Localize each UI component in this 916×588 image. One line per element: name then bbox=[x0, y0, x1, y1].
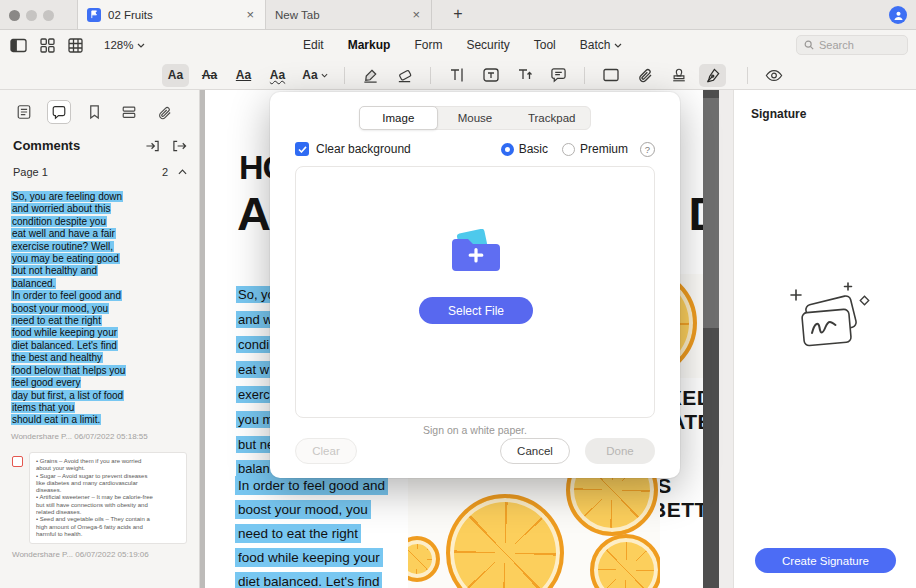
signature-empty-illustration bbox=[778, 278, 874, 362]
zoom-control[interactable]: 128% bbox=[104, 39, 145, 51]
typewriter-icon[interactable] bbox=[511, 64, 538, 87]
thumbnail-view-icon[interactable] bbox=[68, 38, 83, 53]
tab-trackpad[interactable]: Trackpad bbox=[513, 107, 590, 129]
tab-title: 02 Fruits bbox=[108, 9, 237, 21]
app-logo-icon bbox=[87, 8, 101, 22]
markup-toolbar: Aa Aa Aa Aa Aa bbox=[0, 60, 916, 90]
attachment-tool-icon[interactable] bbox=[631, 64, 658, 87]
menu-form[interactable]: Form bbox=[414, 38, 442, 52]
divider bbox=[344, 67, 345, 84]
window-close-button[interactable] bbox=[9, 10, 20, 21]
tab-02-fruits[interactable]: 02 Fruits × bbox=[77, 0, 266, 29]
clear-button[interactable]: Clear bbox=[295, 438, 357, 464]
clear-background-checkbox[interactable] bbox=[295, 142, 309, 156]
close-tab-icon[interactable]: × bbox=[244, 8, 256, 21]
search-box[interactable] bbox=[796, 35, 908, 55]
chevron-up-icon bbox=[178, 169, 187, 175]
premium-radio[interactable] bbox=[562, 143, 575, 156]
highlighted-text: boost your mood, you bbox=[235, 500, 371, 519]
comment-count-badge: 2 bbox=[162, 166, 168, 178]
search-icon bbox=[804, 40, 814, 50]
window-zoom-button[interactable] bbox=[43, 10, 54, 21]
text-box-icon[interactable] bbox=[477, 64, 504, 87]
citrus-photo bbox=[408, 478, 660, 588]
fields-panel-icon[interactable] bbox=[117, 100, 141, 124]
window-minimize-button[interactable] bbox=[26, 10, 37, 21]
search-input[interactable] bbox=[819, 39, 899, 51]
stamp-icon[interactable] bbox=[665, 64, 692, 87]
premium-radio-label: Premium bbox=[580, 142, 628, 156]
main-toolbar: 128% Edit Markup Form Security Tool Batc… bbox=[0, 30, 916, 60]
comment-tool-icon[interactable] bbox=[545, 64, 572, 87]
eye-icon[interactable] bbox=[760, 64, 787, 87]
divider bbox=[584, 67, 585, 84]
import-comments-icon[interactable] bbox=[145, 139, 160, 153]
underline-button[interactable]: Aa bbox=[230, 64, 257, 87]
shape-rectangle-icon[interactable] bbox=[597, 64, 624, 87]
menu-tool[interactable]: Tool bbox=[534, 38, 556, 52]
menu-markup[interactable]: Markup bbox=[348, 38, 391, 52]
comment-item-1[interactable]: So, you are feeling down and worried abo… bbox=[11, 191, 193, 441]
strikethrough-button[interactable]: Aa bbox=[196, 64, 223, 87]
comment-meta: Wondershare P... 06/07/2022 05:19:06 bbox=[12, 550, 149, 559]
cancel-button[interactable]: Cancel bbox=[500, 438, 570, 464]
sidebar-toggle-icon[interactable] bbox=[10, 38, 27, 53]
select-file-button[interactable]: Select File bbox=[419, 297, 533, 324]
scrollbar-thumb[interactable] bbox=[703, 98, 719, 328]
menu-batch[interactable]: Batch bbox=[580, 38, 623, 52]
squiggly-underline-button[interactable]: Aa bbox=[264, 64, 291, 87]
divider bbox=[430, 67, 431, 84]
font-style-button[interactable]: Aa bbox=[162, 64, 189, 87]
tab-mouse[interactable]: Mouse bbox=[437, 107, 514, 129]
comment-item-2[interactable]: • Grains – Avoid them if you are worried… bbox=[29, 452, 187, 544]
comment-meta: Wondershare P... 06/07/2022 05:18:55 bbox=[11, 432, 193, 441]
comments-sidebar: Comments Page 1 2 So, you are feeling do… bbox=[0, 90, 200, 588]
basic-radio[interactable] bbox=[501, 143, 514, 156]
highlighted-text: diet balanced. Let's find bbox=[235, 572, 382, 588]
done-button[interactable]: Done bbox=[585, 438, 655, 464]
chevron-down-icon bbox=[614, 43, 622, 48]
eraser-icon[interactable] bbox=[391, 64, 418, 87]
tab-image[interactable]: Image bbox=[359, 106, 438, 130]
upload-folder-icon bbox=[448, 229, 504, 275]
bookmarks-panel-icon[interactable] bbox=[82, 100, 106, 124]
export-comments-icon[interactable] bbox=[172, 139, 187, 153]
font-options-button[interactable]: Aa bbox=[298, 64, 332, 87]
menu-bar: Edit Markup Form Security Tool Batch bbox=[303, 30, 622, 60]
signature-mode-tabs: Image Mouse Trackpad bbox=[359, 106, 591, 130]
close-tab-icon[interactable]: × bbox=[410, 8, 422, 21]
thumbnails-panel-icon[interactable] bbox=[12, 100, 36, 124]
user-avatar[interactable] bbox=[889, 6, 907, 24]
signature-tool-icon[interactable] bbox=[699, 64, 726, 87]
page-group-row[interactable]: Page 1 2 bbox=[13, 166, 187, 178]
add-text-icon[interactable] bbox=[443, 64, 470, 87]
tab-title: New Tab bbox=[275, 9, 403, 21]
create-signature-dialog: Image Mouse Trackpad Clear background Ba… bbox=[270, 92, 680, 478]
menu-security[interactable]: Security bbox=[466, 38, 509, 52]
help-icon[interactable]: ? bbox=[640, 142, 655, 157]
create-signature-button[interactable]: Create Signature bbox=[755, 548, 896, 573]
clear-background-label: Clear background bbox=[316, 142, 411, 156]
grid-view-icon[interactable] bbox=[40, 38, 55, 53]
comments-panel-icon[interactable] bbox=[47, 100, 71, 124]
comment-flag-icon bbox=[12, 456, 23, 467]
dialog-hint: Sign on a white paper. bbox=[270, 424, 680, 436]
comments-panel-title: Comments bbox=[13, 138, 145, 153]
check-icon bbox=[298, 146, 307, 153]
chevron-down-icon bbox=[321, 73, 328, 78]
chevron-down-icon bbox=[137, 43, 145, 48]
highlighted-text: food while keeping your bbox=[235, 548, 383, 567]
panel-gap bbox=[719, 90, 733, 588]
zoom-level: 128% bbox=[104, 39, 133, 51]
highlighter-icon[interactable] bbox=[357, 64, 384, 87]
signature-panel-title: Signature bbox=[751, 107, 806, 121]
basic-radio-label: Basic bbox=[519, 142, 548, 156]
tab-new-tab[interactable]: New Tab × bbox=[266, 0, 432, 29]
highlighted-text: In order to feel good and bbox=[235, 476, 388, 495]
new-tab-button[interactable]: + bbox=[449, 5, 467, 23]
menu-edit[interactable]: Edit bbox=[303, 38, 324, 52]
file-drop-zone[interactable]: Select File bbox=[295, 166, 655, 418]
signature-panel: Signature Create Signature bbox=[733, 90, 916, 588]
attachments-panel-icon[interactable] bbox=[152, 100, 176, 124]
divider bbox=[747, 67, 748, 84]
